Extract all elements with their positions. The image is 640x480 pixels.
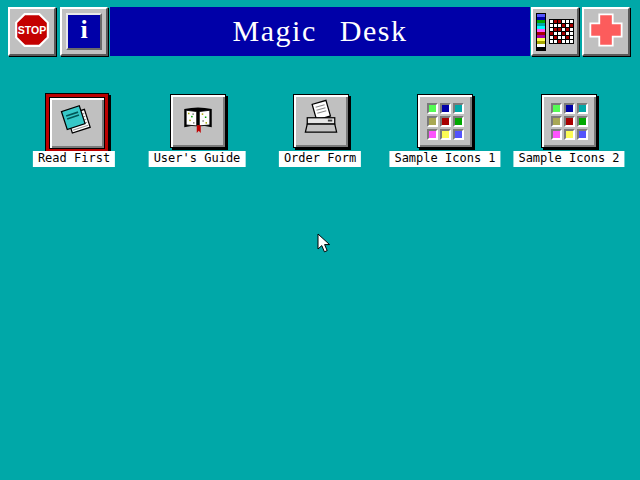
palette-grid-cell xyxy=(558,20,561,23)
palette-grid-cell xyxy=(566,20,569,23)
color-swatch xyxy=(551,129,562,140)
palette-grid-cell xyxy=(566,24,569,27)
color-swatch xyxy=(564,103,575,114)
palette-grid-cell xyxy=(562,40,565,43)
icon-order-form[interactable] xyxy=(293,94,349,148)
palette-grid-cell xyxy=(570,36,573,39)
icon-label-order-form: Order Form xyxy=(279,151,361,167)
color-swatch xyxy=(427,103,438,114)
icon-sample-icons-1[interactable] xyxy=(417,94,473,148)
palette-grid-cell xyxy=(566,32,569,35)
color-swatch xyxy=(427,116,438,127)
palette-grid-cell xyxy=(562,28,565,31)
color-swatch xyxy=(551,103,562,114)
stop-exit-button[interactable]: STOP xyxy=(8,7,56,56)
app-title: Magic Desk xyxy=(110,7,530,56)
color-swatch xyxy=(564,129,575,140)
palette-grid-cell xyxy=(570,28,573,31)
palette-grid-cell xyxy=(550,40,553,43)
palette-grid-cell xyxy=(554,40,557,43)
palette-grid-cell xyxy=(550,36,553,39)
color-swatch xyxy=(427,129,438,140)
palette-strip-color xyxy=(537,47,545,50)
palette-grid-cell xyxy=(562,20,565,23)
palette-grid-cell xyxy=(562,32,565,35)
color-grid-icon xyxy=(551,103,588,140)
stop-text: STOP xyxy=(18,24,47,36)
palette-grid-cell xyxy=(566,28,569,31)
info-icon: i xyxy=(66,13,102,50)
color-swatch xyxy=(577,116,588,127)
color-swatch xyxy=(440,103,451,114)
palette-grid-cell xyxy=(554,24,557,27)
desktop: STOP i Magic Desk xyxy=(0,0,640,480)
stop-sign-icon: STOP xyxy=(13,11,51,52)
palette-icon xyxy=(536,12,574,51)
palette-grid-cell xyxy=(570,24,573,27)
palette-grid-cell xyxy=(558,24,561,27)
color-swatch xyxy=(453,103,464,114)
icon-sample-icons-2[interactable] xyxy=(541,94,597,148)
palette-grid-icon xyxy=(549,19,574,44)
palette-grid-cell xyxy=(550,28,553,31)
palette-editor-button[interactable] xyxy=(531,7,579,56)
color-swatch xyxy=(440,116,451,127)
notepad-icon xyxy=(57,101,97,145)
palette-grid-cell xyxy=(550,32,553,35)
icon-label-read-first: Read First xyxy=(33,151,115,167)
icon-users-guide[interactable] xyxy=(170,94,226,148)
color-swatch xyxy=(564,116,575,127)
palette-grid-cell xyxy=(554,32,557,35)
palette-grid-cell xyxy=(550,20,553,23)
icon-label-sample-icons-2: Sample Icons 2 xyxy=(513,151,624,167)
palette-grid-cell xyxy=(554,20,557,23)
palette-grid-cell xyxy=(566,36,569,39)
printer-icon xyxy=(301,99,341,143)
color-swatch xyxy=(551,116,562,127)
icon-read-first[interactable] xyxy=(49,97,105,149)
title-bar: Magic Desk xyxy=(110,7,530,56)
palette-strip xyxy=(536,13,546,51)
palette-grid-cell xyxy=(562,24,565,27)
palette-grid-cell xyxy=(558,36,561,39)
palette-grid-cell xyxy=(554,36,557,39)
palette-grid-cell xyxy=(558,28,561,31)
color-swatch xyxy=(440,129,451,140)
help-button[interactable] xyxy=(582,7,630,56)
color-swatch xyxy=(577,129,588,140)
color-swatch xyxy=(453,116,464,127)
color-grid-icon xyxy=(427,103,464,140)
open-book-icon xyxy=(178,99,218,143)
icon-label-users-guide: User's Guide xyxy=(149,151,246,167)
palette-grid-cell xyxy=(550,24,553,27)
palette-grid-cell xyxy=(562,36,565,39)
palette-grid-cell xyxy=(570,40,573,43)
palette-grid-cell xyxy=(558,40,561,43)
color-swatch xyxy=(577,103,588,114)
palette-grid-cell xyxy=(566,40,569,43)
first-aid-cross-icon xyxy=(587,11,625,52)
palette-grid-cell xyxy=(570,20,573,23)
palette-grid-cell xyxy=(554,28,557,31)
mouse-cursor-icon xyxy=(317,233,331,258)
info-button[interactable]: i xyxy=(60,7,108,56)
color-swatch xyxy=(453,129,464,140)
icon-label-sample-icons-1: Sample Icons 1 xyxy=(389,151,500,167)
palette-grid-cell xyxy=(558,32,561,35)
palette-grid-cell xyxy=(570,32,573,35)
icon-read-first-selected-frame xyxy=(45,93,109,153)
